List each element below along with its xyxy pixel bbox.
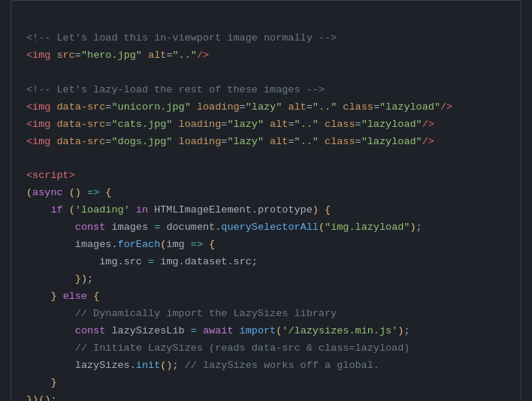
iife-close: })(); [26, 394, 57, 401]
script-open: <script> [26, 170, 75, 181]
close-else: } [26, 377, 57, 388]
comment-initiate: // Initiate LazySizes (reads data-src & … [26, 342, 410, 354]
lazysizes-init-line: lazySizes.init(); // lazySizes works off… [26, 360, 379, 371]
const-lazysizes-line: const lazySizesLib = await import('/lazy… [26, 325, 410, 336]
img-hero-line: <img src="hero.jpg" alt=".."/> [26, 50, 209, 61]
code-content: <!-- Let's load this in-viewport image n… [26, 13, 506, 401]
const-images-line: const images = document.querySelectorAll… [26, 222, 422, 233]
img-src-line: img.src = img.dataset.src; [26, 256, 258, 267]
img-cats-line: <img data-src="cats.jpg" loading="lazy" … [26, 119, 434, 130]
images-foreach-line: images.forEach(img => { [26, 239, 215, 250]
img-unicorn-line: <img data-src="unicorn.jpg" loading="laz… [26, 101, 452, 113]
comment-2: <!-- Let's lazy-load the rest of these i… [26, 84, 325, 95]
code-editor: <!-- Let's load this in-viewport image n… [11, 0, 521, 401]
close-foreach-outer: } else { [26, 291, 99, 302]
async-arrow-line: (async () => { [26, 187, 111, 198]
img-dogs-line: <img data-src="dogs.jpg" loading="lazy" … [26, 136, 434, 147]
if-loading-line: if ('loading' in HTMLImageElement.protot… [26, 204, 331, 216]
comment-1: <!-- Let's load this in-viewport image n… [26, 32, 337, 44]
close-foreach-inner: }); [26, 273, 93, 285]
comment-dynamically: // Dynamically import the LazySizes libr… [26, 308, 337, 319]
